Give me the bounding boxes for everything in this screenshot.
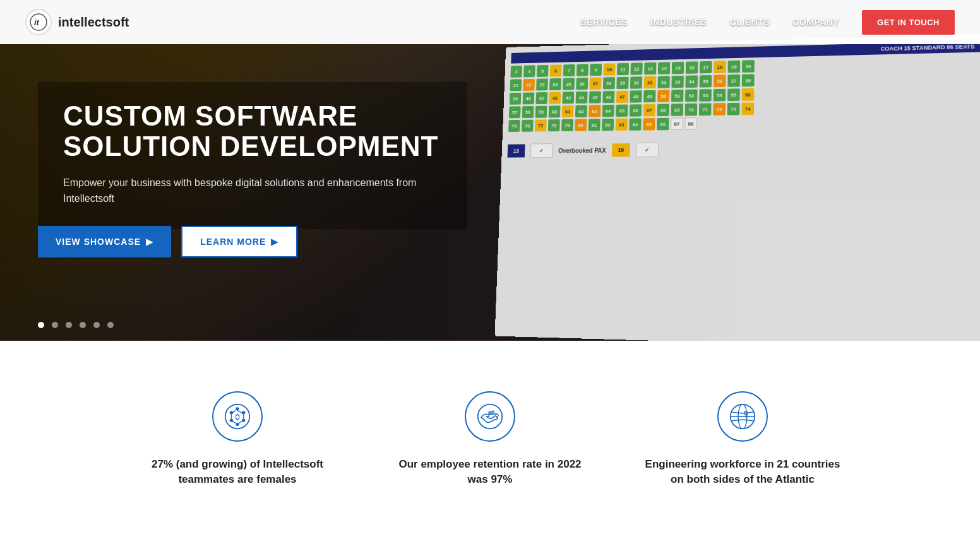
team-icon-circle [212,391,263,442]
hero-tablet-image: COACH 15 STANDARD 86 SEATS 3456789101112… [494,34,980,341]
hero-title: CUSTOM SOFTWARE SOLUTION DEVELOPMENT [63,101,442,162]
logo[interactable]: it intellectsoft [25,9,129,35]
svg-point-5 [242,419,245,422]
stat-item-females: 27% (and growing) of Intellectsoft teamm… [111,379,364,500]
svg-point-3 [236,407,239,410]
svg-line-12 [232,422,236,423]
globe-icon-circle [717,391,768,442]
stat-text-females: 27% (and growing) of Intellectsoft teamm… [136,457,338,487]
hero-buttons: VIEW SHOWCASE ▶ LEARN MORE ▶ [38,226,297,257]
stat-text-retention: Our employee retention rate in 2022 was … [389,457,591,487]
slide-dot-6[interactable] [107,322,114,328]
view-showcase-button[interactable]: VIEW SHOWCASE ▶ [38,226,171,257]
stats-section: 27% (and growing) of Intellectsoft teamm… [0,341,980,537]
slide-dot-4[interactable] [80,322,86,328]
stat-text-countries: Engineering workforce in 21 countries on… [642,457,844,487]
nav-services[interactable]: SERVICES [580,17,628,27]
svg-line-11 [239,421,242,423]
hero-subtitle: Empower your business with bespoke digit… [63,175,442,207]
svg-line-9 [237,410,242,413]
logo-icon: it [25,9,52,35]
slide-dot-1[interactable] [38,322,44,328]
svg-point-6 [236,423,239,426]
chevron-right-icon: ▶ [271,237,278,247]
slide-dot-3[interactable] [66,322,72,328]
stat-item-countries: Engineering workforce in 21 countries on… [616,379,869,500]
handshake-icon-circle [465,391,515,442]
nav-company[interactable]: COMPANY [792,17,839,27]
slide-dot-2[interactable] [52,322,58,328]
handshake-icon [477,403,503,430]
globe-icon [729,403,756,430]
nav-clients[interactable]: CLIENTS [730,17,770,27]
navbar: it intellectsoft SERVICES INDUSTRIES CLI… [0,0,980,44]
team-icon [224,403,251,430]
stat-item-retention: Our employee retention rate in 2022 was … [364,379,616,500]
chevron-right-icon: ▶ [146,237,153,247]
nav-industries[interactable]: INDUSTRIES [650,17,707,27]
learn-more-button[interactable]: LEARN MORE ▶ [181,226,297,257]
hero-content: CUSTOM SOFTWARE SOLUTION DEVELOPMENT Emp… [38,82,467,229]
slider-dots [38,322,114,328]
hero-section: COACH 15 STANDARD 86 SEATS 3456789101112… [0,0,980,341]
svg-point-4 [242,411,245,414]
nav-links: SERVICES INDUSTRIES CLIENTS COMPANY GET … [580,10,955,35]
svg-text:it: it [34,18,40,27]
logo-text: intellectsoft [58,15,129,30]
slide-dot-5[interactable] [93,322,100,328]
svg-line-14 [232,410,236,413]
get-in-touch-button[interactable]: GET IN TOUCH [862,10,955,35]
